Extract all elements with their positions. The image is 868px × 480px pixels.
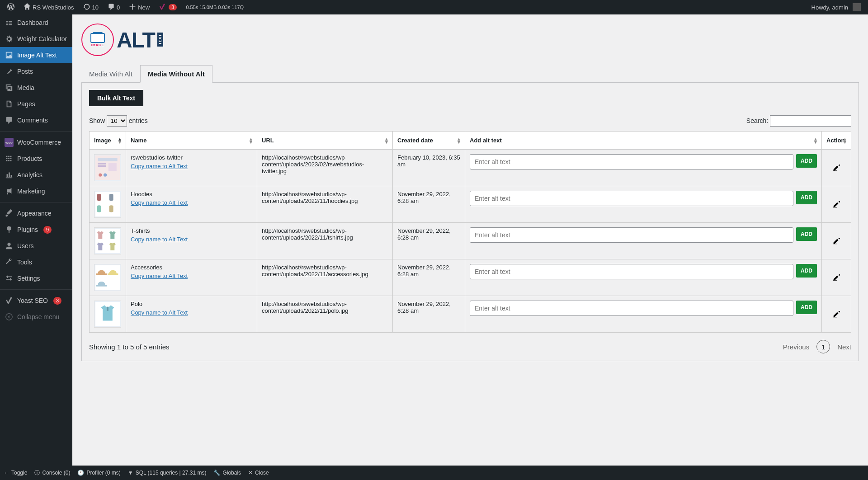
- menu-yoast[interactable]: Yoast SEO3: [0, 292, 72, 309]
- col-url[interactable]: URL▲▼: [257, 132, 393, 150]
- chart-icon: [5, 170, 14, 179]
- col-created[interactable]: Created date▲▼: [393, 132, 465, 150]
- yoast-bar[interactable]: 3: [155, 0, 180, 14]
- edit-action[interactable]: [826, 264, 846, 291]
- media-name: T-shirts: [131, 227, 252, 234]
- updates-count: 10: [92, 4, 99, 11]
- menu-posts[interactable]: Posts: [0, 63, 72, 80]
- copy-name-link[interactable]: Copy name to Alt Text: [131, 236, 188, 243]
- entries-length: Show 10 entries: [89, 115, 148, 127]
- gear-icon: [5, 34, 14, 43]
- alt-text-input[interactable]: [470, 191, 793, 206]
- sort-icon: ▲▼: [813, 137, 818, 144]
- edit-action[interactable]: [826, 154, 846, 181]
- menu-analytics[interactable]: Analytics: [0, 167, 72, 183]
- wrench-icon: [5, 258, 14, 267]
- created-date: November 29, 2022, 6:28 am: [393, 223, 465, 259]
- col-alt[interactable]: Add alt text▲▼: [465, 132, 822, 150]
- yoast-icon: [159, 3, 166, 12]
- svg-rect-4: [98, 165, 106, 167]
- menu-media[interactable]: Media: [0, 80, 72, 96]
- created-date: November 29, 2022, 6:28 am: [393, 186, 465, 223]
- edit-action[interactable]: [826, 227, 846, 254]
- tabs: Media With Alt Media Without Alt: [81, 65, 859, 83]
- menu-comments[interactable]: Comments: [0, 112, 72, 128]
- wp-logo[interactable]: [4, 0, 18, 14]
- menu-weight-calculator[interactable]: Weight Calculator: [0, 31, 72, 47]
- created-date: February 10, 2023, 6:35 am: [393, 150, 465, 186]
- new-content[interactable]: New: [125, 0, 153, 14]
- menu-products[interactable]: Products: [0, 151, 72, 167]
- howdy[interactable]: Howdy, admin: [808, 0, 864, 14]
- comments-bar[interactable]: 0: [104, 0, 123, 14]
- logo-text-box: TEXT: [157, 33, 163, 47]
- perf-stats: 0.55s 15.0MB 0.03s 117Q: [182, 0, 247, 14]
- menu-users[interactable]: Users: [0, 238, 72, 254]
- logo-circle: IMAGE: [81, 24, 114, 56]
- products-icon: [5, 154, 14, 163]
- site-name[interactable]: RS WebStudios: [20, 0, 78, 14]
- copy-name-link[interactable]: Copy name to Alt Text: [131, 309, 188, 316]
- add-button[interactable]: ADD: [796, 227, 817, 241]
- add-button[interactable]: ADD: [796, 301, 817, 314]
- thumbnail: [94, 227, 121, 254]
- menu-tools[interactable]: Tools: [0, 254, 72, 270]
- menu-collapse[interactable]: Collapse menu: [0, 309, 72, 325]
- created-date: November 29, 2022, 6:28 am: [393, 259, 465, 296]
- col-image[interactable]: Image▲▼: [90, 132, 126, 150]
- add-button[interactable]: ADD: [796, 154, 817, 168]
- svg-rect-5: [108, 163, 117, 171]
- panel: Bulk Alt Text Show 10 entries Search: Im…: [81, 83, 859, 361]
- next-page[interactable]: Next: [837, 343, 851, 351]
- menu-marketing[interactable]: Marketing: [0, 183, 72, 199]
- col-name[interactable]: Name▲▼: [126, 132, 257, 150]
- created-date: November 29, 2022, 6:28 am: [393, 296, 465, 333]
- collapse-icon: [5, 312, 14, 321]
- alt-text-input[interactable]: [470, 227, 793, 243]
- add-button[interactable]: ADD: [796, 264, 817, 278]
- menu-settings[interactable]: Settings: [0, 270, 72, 287]
- updates[interactable]: 10: [80, 0, 102, 14]
- alt-text-input[interactable]: [470, 154, 793, 169]
- megaphone-icon: [5, 187, 14, 196]
- menu-plugins[interactable]: Plugins9: [0, 221, 72, 238]
- table-row: T-shirts Copy name to Alt Text http://lo…: [90, 223, 851, 259]
- plugin-icon: [5, 225, 14, 234]
- plugin-logo: IMAGE ALT TEXT: [81, 24, 859, 56]
- edit-icon: [832, 310, 840, 318]
- search: Search:: [746, 115, 851, 127]
- tab-media-without-alt[interactable]: Media Without Alt: [140, 65, 212, 83]
- main-content: IMAGE ALT TEXT Media With Alt Media With…: [72, 14, 868, 466]
- new-label: New: [138, 4, 150, 11]
- menu-dashboard[interactable]: Dashboard: [0, 14, 72, 31]
- menu-pages[interactable]: Pages: [0, 96, 72, 112]
- page-number[interactable]: 1: [816, 340, 830, 353]
- tab-media-with-alt[interactable]: Media With Alt: [81, 65, 140, 83]
- copy-name-link[interactable]: Copy name to Alt Text: [131, 199, 188, 206]
- media-name: Accessories: [131, 264, 252, 271]
- search-input[interactable]: [770, 115, 851, 127]
- edit-action[interactable]: [826, 191, 846, 218]
- col-action[interactable]: Action▲▼: [822, 132, 851, 150]
- home-icon: [24, 3, 31, 12]
- media-url: http://localhost/rswebstudios/wp-content…: [257, 186, 393, 223]
- alt-text-input[interactable]: [470, 301, 793, 316]
- copy-name-link[interactable]: Copy name to Alt Text: [131, 273, 188, 279]
- woo-icon: woo: [5, 138, 14, 147]
- alt-text-input[interactable]: [470, 264, 793, 279]
- yoast-count: 3: [53, 297, 61, 305]
- prev-page[interactable]: Previous: [783, 343, 809, 351]
- menu-appearance[interactable]: Appearance: [0, 205, 72, 221]
- plus-icon: [129, 3, 136, 12]
- add-button[interactable]: ADD: [796, 191, 817, 204]
- comment-icon: [5, 116, 14, 125]
- menu-image-alt-text[interactable]: Image Alt Text: [0, 47, 72, 63]
- copy-name-link[interactable]: Copy name to Alt Text: [131, 163, 188, 169]
- bulk-alt-text-button[interactable]: Bulk Alt Text: [89, 90, 143, 106]
- edit-action[interactable]: [826, 301, 846, 328]
- media-name: Polo: [131, 301, 252, 307]
- avatar-icon: [853, 3, 861, 11]
- menu-woocommerce[interactable]: wooWooCommerce: [0, 134, 72, 151]
- edit-icon: [832, 273, 840, 282]
- length-select[interactable]: 10: [107, 115, 127, 127]
